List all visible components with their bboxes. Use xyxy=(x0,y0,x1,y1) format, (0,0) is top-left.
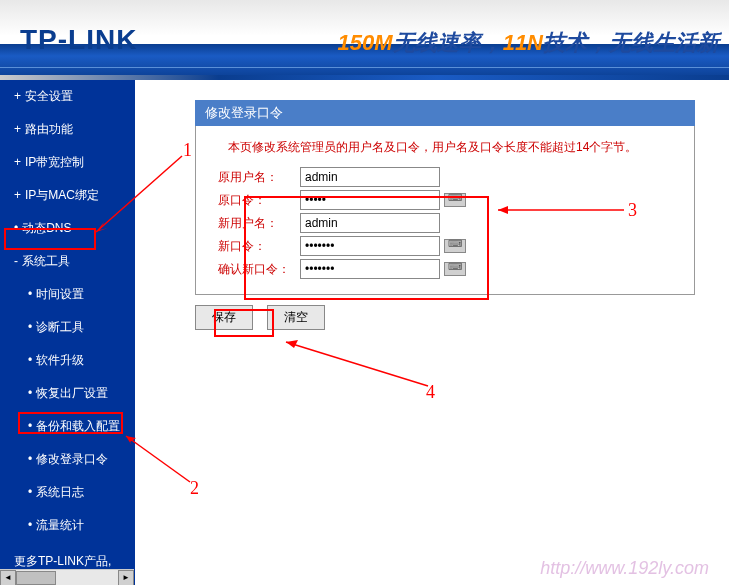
keyboard-icon[interactable] xyxy=(444,262,466,276)
input-new-user[interactable] xyxy=(300,213,440,233)
svg-line-2 xyxy=(126,436,190,482)
svg-marker-3 xyxy=(126,436,136,446)
horizontal-scrollbar[interactable]: ◄ ► xyxy=(0,569,134,585)
annotation-arrow-1 xyxy=(90,152,190,242)
svg-line-0 xyxy=(96,156,182,232)
sidebar-sub-factory[interactable]: •恢复出厂设置 xyxy=(0,377,135,410)
sidebar-sub-password[interactable]: •修改登录口令 xyxy=(0,443,135,476)
content: 修改登录口令 本页修改系统管理员的用户名及口令，用户名及口令长度不能超过14个字… xyxy=(135,80,729,585)
clear-button[interactable]: 清空 xyxy=(267,305,325,330)
label-old-pass: 原口令： xyxy=(218,192,300,209)
annotation-arrow-3 xyxy=(490,204,630,216)
slogan: 150M无线速率，11N技术，无线生活新 xyxy=(338,28,719,58)
panel-description: 本页修改系统管理员的用户名及口令，用户名及口令长度不能超过14个字节。 xyxy=(208,138,682,167)
input-confirm-pass[interactable] xyxy=(300,259,440,279)
sidebar-item-systools[interactable]: -系统工具 xyxy=(0,245,135,278)
sidebar-sub-backup[interactable]: •备份和载入配置 xyxy=(0,410,135,443)
annotation-arrow-2 xyxy=(120,432,200,492)
keyboard-icon[interactable] xyxy=(444,239,466,253)
input-new-pass[interactable] xyxy=(300,236,440,256)
sidebar-item-routing[interactable]: +路由功能 xyxy=(0,113,135,146)
save-button[interactable]: 保存 xyxy=(195,305,253,330)
annotation-arrow-4 xyxy=(278,336,438,396)
svg-line-6 xyxy=(286,342,428,386)
label-confirm-pass: 确认新口令： xyxy=(218,261,300,278)
sidebar-sub-time[interactable]: •时间设置 xyxy=(0,278,135,311)
keyboard-icon[interactable] xyxy=(444,193,466,207)
label-new-user: 新用户名： xyxy=(218,215,300,232)
sidebar-item-security[interactable]: +安全设置 xyxy=(0,80,135,113)
sidebar-sub-diag[interactable]: •诊断工具 xyxy=(0,311,135,344)
input-old-pass[interactable] xyxy=(300,190,440,210)
sidebar-sub-upgrade[interactable]: •软件升级 xyxy=(0,344,135,377)
svg-marker-7 xyxy=(286,340,298,348)
label-old-user: 原用户名： xyxy=(218,169,300,186)
sidebar-sub-traffic[interactable]: •流量统计 xyxy=(0,509,135,542)
panel-title: 修改登录口令 xyxy=(195,100,695,126)
input-old-user[interactable] xyxy=(300,167,440,187)
scroll-right-icon[interactable]: ► xyxy=(118,570,134,585)
watermark: http://www.192ly.com xyxy=(540,558,709,579)
form-table: 原用户名： 原口令： 新用户名： 新口令： xyxy=(218,167,682,279)
sidebar-sub-syslog[interactable]: •系统日志 xyxy=(0,476,135,509)
scroll-thumb[interactable] xyxy=(16,571,56,585)
svg-marker-5 xyxy=(498,206,508,214)
header: TP-LINK 150M无线速率，11N技术，无线生活新 xyxy=(0,0,729,80)
label-new-pass: 新口令： xyxy=(218,238,300,255)
scroll-left-icon[interactable]: ◄ xyxy=(0,570,16,585)
logo: TP-LINK xyxy=(20,24,137,56)
